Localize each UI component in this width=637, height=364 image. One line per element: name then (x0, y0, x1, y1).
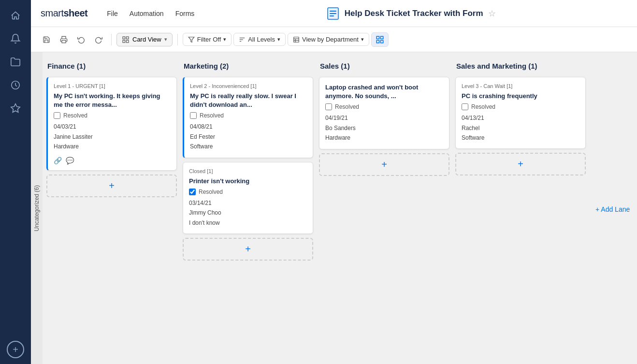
levels-button[interactable]: All Levels ▾ (233, 33, 286, 46)
sidebar-icon-star[interactable] (6, 99, 25, 118)
uncategorized-lane[interactable]: Uncategorized (6) (31, 52, 43, 364)
svg-rect-20 (380, 36, 383, 39)
add-card-sales[interactable]: + (319, 153, 449, 176)
svg-rect-8 (126, 37, 129, 39)
add-card-sales-marketing[interactable]: + (455, 153, 586, 175)
resolved-checkbox[interactable] (462, 103, 468, 110)
resolved-label: Resolved (200, 112, 224, 119)
add-lane-button[interactable]: + Add Lane (592, 62, 634, 356)
card-resolved-row: Resolved (462, 103, 579, 110)
main-area: smartsheet File Automation Forms Help De… (31, 0, 637, 364)
toolbar: Card View ▾ Filter Off ▾ All Levels ▾ Vi… (31, 27, 637, 52)
card-sales-1[interactable]: Laptop crashed and won't boot anymore. N… (319, 77, 449, 149)
print-button[interactable] (56, 33, 72, 46)
sidebar-add-button[interactable]: + (7, 341, 24, 358)
levels-label: All Levels (248, 36, 275, 43)
toolbar-divider-1 (111, 34, 112, 45)
undo-button[interactable] (73, 33, 89, 46)
view-by-button[interactable]: View by Department ▾ (288, 33, 369, 46)
redo-button[interactable] (91, 33, 106, 46)
sidebar: + (0, 0, 31, 364)
card-category: Software (462, 133, 579, 143)
card-sales-marketing-1[interactable]: Level 3 - Can Wait [1] PC is crashing fr… (455, 77, 586, 149)
card-person: Jimmy Choo (189, 208, 307, 218)
card-person: Rachel (462, 123, 579, 133)
lane-header-sales: Sales (1) (319, 60, 449, 73)
card-category: Software (190, 142, 307, 151)
card-title: Printer isn't working (189, 177, 307, 186)
card-title: PC is crashing frequently (462, 92, 579, 101)
save-button[interactable] (39, 33, 54, 46)
sidebar-icon-folder[interactable] (6, 52, 25, 72)
add-card-marketing[interactable]: + (183, 238, 313, 261)
resolved-checkbox[interactable] (190, 112, 197, 119)
svg-rect-10 (126, 40, 129, 43)
card-view-label: Card View (132, 36, 161, 43)
favorite-star[interactable]: ☆ (488, 8, 496, 19)
card-resolved-row: Resolved (190, 112, 307, 119)
filter-label: Filter Off (197, 36, 221, 43)
card-date: 04/19/21 (325, 113, 443, 123)
card-badge: Level 1 - URGENT [1] (54, 83, 171, 89)
lane-finance: Finance (1) Level 1 - URGENT [1] My PC i… (46, 60, 177, 356)
add-card-finance[interactable]: + (46, 175, 177, 197)
uncategorized-label: Uncategorized (6) (33, 185, 40, 231)
lane-content-marketing: Level 2 - Inconvenienced [1] My PC is re… (183, 77, 313, 234)
svg-marker-1 (11, 104, 20, 112)
page-title: Help Desk Ticket Tracker with Form (345, 9, 483, 18)
card-marketing-1[interactable]: Level 2 - Inconvenienced [1] My PC is re… (183, 77, 313, 158)
lane-header-finance: Finance (1) (46, 60, 177, 73)
lane-sales-marketing: Sales and Marketing (1) Level 3 - Can Wa… (455, 60, 586, 356)
nav-forms[interactable]: Forms (175, 10, 195, 17)
svg-rect-7 (123, 37, 125, 39)
lane-sales: Sales (1) Laptop crashed and won't boot … (319, 60, 449, 356)
svg-rect-4 (330, 13, 336, 14)
filter-chevron: ▾ (223, 36, 226, 43)
card-category: Hardware (325, 133, 443, 143)
content-area: Uncategorized (6) Finance (1) Level 1 - … (31, 52, 637, 364)
card-category: Hardware (54, 142, 171, 151)
card-date: 03/14/21 (189, 198, 307, 208)
lane-header-marketing: Marketing (2) (183, 60, 313, 73)
nav-file[interactable]: File (107, 10, 118, 17)
attachment-icon[interactable]: 🔗 (54, 157, 62, 164)
resolved-checkbox[interactable] (54, 112, 60, 119)
svg-rect-3 (330, 11, 336, 12)
svg-rect-21 (376, 40, 379, 43)
card-badge: Level 3 - Can Wait [1] (462, 83, 579, 89)
card-meta: 04/13/21 Rachel Software (462, 113, 579, 143)
resolved-checkbox[interactable] (325, 103, 332, 110)
resolved-label: Resolved (471, 103, 495, 110)
card-meta: 03/14/21 Jimmy Choo I don't know (189, 198, 307, 228)
card-resolved-row: Resolved (189, 189, 307, 195)
sidebar-icon-home[interactable] (6, 6, 25, 25)
toolbar-divider-2 (177, 34, 178, 45)
lane-content-sales: Laptop crashed and won't boot anymore. N… (319, 77, 449, 149)
nav-automation[interactable]: Automation (130, 10, 164, 17)
grid-view-button[interactable] (371, 32, 389, 47)
card-marketing-2[interactable]: Closed [1] Printer isn't working Resolve… (183, 162, 313, 234)
card-meta: 04/19/21 Bo Sanders Hardware (325, 113, 443, 143)
levels-chevron: ▾ (277, 36, 280, 43)
lane-content-sales-marketing: Level 3 - Can Wait [1] PC is crashing fr… (455, 77, 586, 149)
top-nav: File Automation Forms (107, 10, 194, 17)
svg-rect-19 (376, 36, 379, 39)
card-icons: 🔗 💬 (54, 157, 171, 164)
card-finance-1[interactable]: Level 1 - URGENT [1] My PC isn't working… (46, 77, 177, 171)
sidebar-icon-clock[interactable] (6, 75, 25, 95)
card-view-chevron: ▾ (164, 36, 167, 43)
card-meta: 04/08/21 Ed Fester Software (190, 122, 307, 151)
card-date: 04/03/21 (54, 122, 171, 131)
svg-rect-9 (123, 40, 125, 43)
resolved-checkbox[interactable] (189, 189, 196, 195)
card-meta: 04/03/21 Janine Lassiter Hardware (54, 122, 171, 151)
svg-rect-22 (380, 40, 383, 43)
comment-icon[interactable]: 💬 (66, 157, 74, 164)
card-title: My PC is really really slow. I swear I d… (190, 92, 307, 109)
lane-marketing: Marketing (2) Level 2 - Inconvenienced [… (183, 60, 313, 356)
view-by-chevron: ▾ (361, 36, 364, 43)
card-view-button[interactable]: Card View ▾ (116, 33, 173, 46)
sidebar-icon-bell[interactable] (6, 29, 25, 48)
card-resolved-row: Resolved (54, 112, 171, 119)
filter-button[interactable]: Filter Off ▾ (183, 33, 232, 46)
